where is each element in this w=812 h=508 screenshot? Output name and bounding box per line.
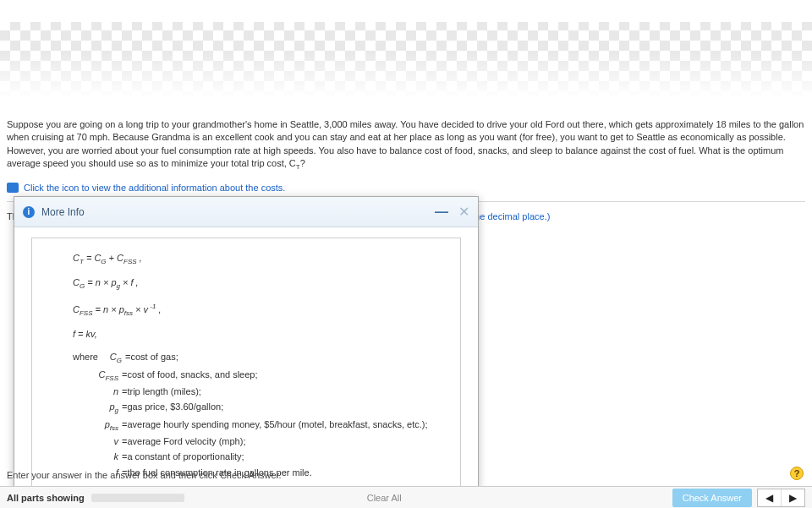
def-cfss: cost of food, snacks, and sleep; bbox=[127, 369, 257, 383]
more-info-dialog: i More Info — ✕ CT = CG + CFSS , CG = n … bbox=[14, 196, 479, 508]
problem-body: Suppose you are going on a long trip to … bbox=[7, 119, 804, 168]
def-v: average Ford velocity (mph); bbox=[127, 435, 245, 448]
instruction-text: Enter your answer in the answer box and … bbox=[7, 470, 282, 480]
t7: C bbox=[73, 303, 80, 314]
dialog-body: CT = CG + CFSS , CG = n × pg × f , CFSS … bbox=[14, 227, 478, 501]
check-answer-button[interactable]: Check Answer bbox=[672, 489, 752, 507]
t4: C bbox=[73, 277, 80, 287]
next-icon[interactable]: ▶ bbox=[781, 489, 804, 506]
def-pfss: average hourly spending money, $5/hour (… bbox=[127, 418, 427, 433]
t9: × v bbox=[133, 303, 148, 314]
nav-box: ◀ ▶ bbox=[757, 489, 805, 507]
close-icon[interactable]: ✕ bbox=[458, 204, 469, 220]
eq-cg: CG = n × pg × f , bbox=[73, 276, 436, 291]
problem-text: Suppose you are going on a long trip to … bbox=[7, 118, 805, 172]
additional-info-link[interactable]: Click the icon to view the additional in… bbox=[24, 183, 285, 193]
where-block: whereCG = cost of gas; CFSS = cost of fo… bbox=[73, 351, 436, 479]
book-icon[interactable] bbox=[7, 183, 19, 193]
problem-suffix: ? bbox=[300, 158, 305, 168]
t8: = n × p bbox=[93, 303, 124, 314]
info-link-row: Click the icon to view the additional in… bbox=[7, 183, 805, 193]
minimize-icon[interactable]: — bbox=[435, 205, 448, 220]
t6: × f , bbox=[120, 277, 139, 287]
footer-bar: All parts showing Clear All Check Answer… bbox=[0, 486, 812, 508]
white-fade bbox=[0, 51, 812, 118]
progress-bar bbox=[91, 494, 184, 502]
where-label: where bbox=[73, 351, 107, 365]
eq-ct: CT = CG + CFSS , bbox=[73, 252, 436, 266]
info-icon: i bbox=[23, 206, 35, 218]
dialog-header: i More Info — ✕ bbox=[14, 197, 478, 227]
t3: + C bbox=[107, 253, 123, 263]
def-pg: gas price, $3.60/gallon; bbox=[127, 401, 223, 415]
t5: = n × p bbox=[85, 277, 116, 287]
dialog-title: More Info bbox=[41, 206, 435, 218]
t2: = C bbox=[84, 253, 101, 263]
help-icon[interactable]: ? bbox=[790, 467, 804, 480]
t1: C bbox=[73, 253, 80, 263]
def-n: trip length (miles); bbox=[127, 385, 200, 398]
eq-fkv: f = kv, bbox=[73, 328, 436, 341]
def-cg: cost of gas; bbox=[130, 351, 178, 365]
def-k: a constant of proportionality; bbox=[127, 451, 244, 463]
formula-box: CT = CG + CFSS , CG = n × pg × f , CFSS … bbox=[31, 238, 461, 491]
parts-label: All parts showing bbox=[7, 493, 85, 503]
prev-icon[interactable]: ◀ bbox=[758, 489, 781, 506]
eq-cfss: CFSS = n × pfss × v -1 , bbox=[73, 302, 436, 318]
clear-all-button[interactable]: Clear All bbox=[367, 493, 402, 503]
